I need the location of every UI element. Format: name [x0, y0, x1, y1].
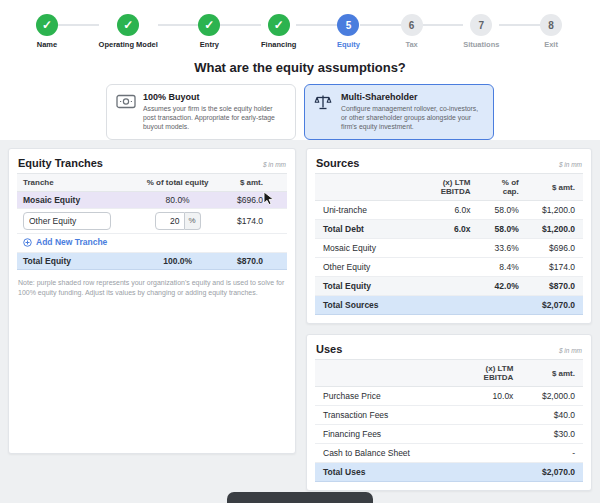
- step-label: Financing: [261, 40, 296, 49]
- tranche-pct-input[interactable]: [155, 212, 185, 230]
- table-header-row: (x) LTM EBITDA % of cap. $ amt.: [315, 174, 583, 201]
- total-sources-row: Total Sources $2,070.0: [315, 296, 583, 315]
- row-amt: $2,000.0: [521, 387, 583, 406]
- table-row: Other Equity 8.4% $174.0: [315, 258, 583, 277]
- option-description: Assumes your firm is the sole equity hol…: [143, 104, 286, 132]
- uses-table: (x) LTM EBITDA $ amt. Purchase Price 10.…: [315, 359, 583, 482]
- step-operating-model[interactable]: ✓ Operating Model: [99, 14, 158, 49]
- check-icon: ✓: [268, 14, 290, 36]
- check-icon: ✓: [36, 14, 58, 36]
- row-amt: $1,200.0: [527, 220, 583, 239]
- table-row: Mosaic Equity 33.6% $696.0: [315, 239, 583, 258]
- column-header: $ amt.: [527, 174, 583, 201]
- step-connector: [58, 24, 99, 26]
- column-header: (x) LTM EBITDA: [449, 360, 521, 387]
- step-equity[interactable]: 5 Equity: [337, 14, 360, 49]
- row-label: Purchase Price: [315, 387, 449, 406]
- tranche-name-input[interactable]: [23, 212, 111, 230]
- mouse-cursor: [263, 191, 275, 206]
- panel-title: Sources: [316, 157, 359, 169]
- option-multi-shareholder[interactable]: Multi-Shareholder Configure management r…: [304, 84, 494, 140]
- tranche-pct-field: %: [155, 212, 201, 230]
- sources-table: (x) LTM EBITDA % of cap. $ amt. Uni-tran…: [315, 173, 583, 315]
- add-new-tranche-label: Add New Tranche: [36, 237, 107, 247]
- table-row: Total Equity 42.0% $870.0: [315, 277, 583, 296]
- step-label: Exit: [544, 40, 558, 49]
- row-ebitda: [449, 425, 521, 444]
- row-label: Total Uses: [315, 463, 449, 482]
- option-title: 100% Buyout: [143, 92, 286, 102]
- stepper: ✓ Name ✓ Operating Model ✓ Entry ✓ Finan…: [0, 0, 600, 49]
- step-number: 6: [401, 14, 423, 36]
- option-description: Configure management rollover, co-invest…: [341, 104, 484, 132]
- table-row: % $174.0: [17, 209, 287, 234]
- row-ebitda: 10.0x: [449, 387, 521, 406]
- row-amt: $174.0: [527, 258, 583, 277]
- bottom-bar: [227, 492, 373, 503]
- step-number: 8: [540, 14, 562, 36]
- equity-note: Note: purple shaded row represents your …: [17, 278, 287, 298]
- table-row: Cash to Balance Sheet -: [315, 444, 583, 463]
- column-header: % of total equity: [136, 174, 220, 192]
- main-content: Equity Tranches $ in mm Tranche % of tot…: [0, 140, 600, 503]
- check-icon: ✓: [198, 14, 220, 36]
- percent-suffix: %: [185, 212, 201, 230]
- row-pct: 58.0%: [478, 220, 526, 239]
- row-label: Total Equity: [315, 277, 406, 296]
- row-pct: [478, 296, 526, 315]
- step-label: Equity: [337, 40, 360, 49]
- option-title: Multi-Shareholder: [341, 92, 484, 102]
- table-row: Mosaic Equity 80.0% $696.0: [17, 192, 287, 209]
- tranche-amt: $696.0: [219, 192, 287, 209]
- table-row: Total Debt 6.0x 58.0% $1,200.0: [315, 220, 583, 239]
- step-number: 5: [337, 14, 359, 36]
- row-label: Financing Fees: [315, 425, 449, 444]
- table-row: Transaction Fees $40.0: [315, 406, 583, 425]
- total-uses-row: Total Uses $2,070.0: [315, 463, 583, 482]
- step-label: Entry: [200, 40, 219, 49]
- column-header: % of cap.: [478, 174, 526, 201]
- step-exit[interactable]: 8 Exit: [540, 14, 562, 49]
- option-text: Multi-Shareholder Configure management r…: [341, 92, 484, 132]
- step-entry[interactable]: ✓ Entry: [198, 14, 220, 49]
- column-header: [315, 174, 406, 201]
- right-column: Sources $ in mm (x) LTM EBITDA % of cap.…: [306, 148, 592, 491]
- row-pct: 8.4%: [478, 258, 526, 277]
- page-title: What are the equity assumptions?: [0, 60, 600, 75]
- table-header-row: Tranche % of total equity $ amt.: [17, 174, 287, 192]
- column-header: (x) LTM EBITDA: [406, 174, 478, 201]
- option-100-buyout[interactable]: 100% Buyout Assumes your firm is the sol…: [106, 84, 296, 140]
- row-label: Transaction Fees: [315, 406, 449, 425]
- row-label: Mosaic Equity: [315, 239, 406, 258]
- equity-tranches-panel: Equity Tranches $ in mm Tranche % of tot…: [8, 148, 296, 454]
- units-label: $ in mm: [559, 161, 582, 168]
- check-icon: ✓: [117, 14, 139, 36]
- table-row: Add New Tranche: [17, 234, 287, 253]
- table-row: Uni-tranche 6.0x 58.0% $1,200.0: [315, 201, 583, 220]
- row-amt: $2,070.0: [527, 296, 583, 315]
- tranche-name: Mosaic Equity: [17, 192, 136, 209]
- step-connector: [360, 24, 401, 26]
- step-situations[interactable]: 7 Situations: [463, 14, 499, 49]
- panel-title: Equity Tranches: [18, 157, 103, 169]
- add-new-tranche-button[interactable]: Add New Tranche: [23, 237, 107, 247]
- table-header-row: (x) LTM EBITDA $ amt.: [315, 360, 583, 387]
- row-amt: $30.0: [521, 425, 583, 444]
- row-label: Other Equity: [315, 258, 406, 277]
- units-label: $ in mm: [263, 161, 286, 168]
- step-financing[interactable]: ✓ Financing: [261, 14, 296, 49]
- row-amt: $2,070.0: [521, 463, 583, 482]
- row-ebitda: 6.0x: [406, 201, 478, 220]
- total-amt: $870.0: [219, 252, 287, 269]
- total-pct: 100.0%: [136, 252, 220, 269]
- row-label: Uni-tranche: [315, 201, 406, 220]
- option-text: 100% Buyout Assumes your firm is the sol…: [143, 92, 286, 132]
- column-header: $ amt.: [521, 360, 583, 387]
- step-label: Situations: [463, 40, 499, 49]
- step-tax[interactable]: 6 Tax: [401, 14, 423, 49]
- row-ebitda: [449, 444, 521, 463]
- step-name[interactable]: ✓ Name: [36, 14, 58, 49]
- cash-icon: [116, 92, 136, 113]
- row-label: Total Sources: [315, 296, 406, 315]
- row-ebitda: [406, 296, 478, 315]
